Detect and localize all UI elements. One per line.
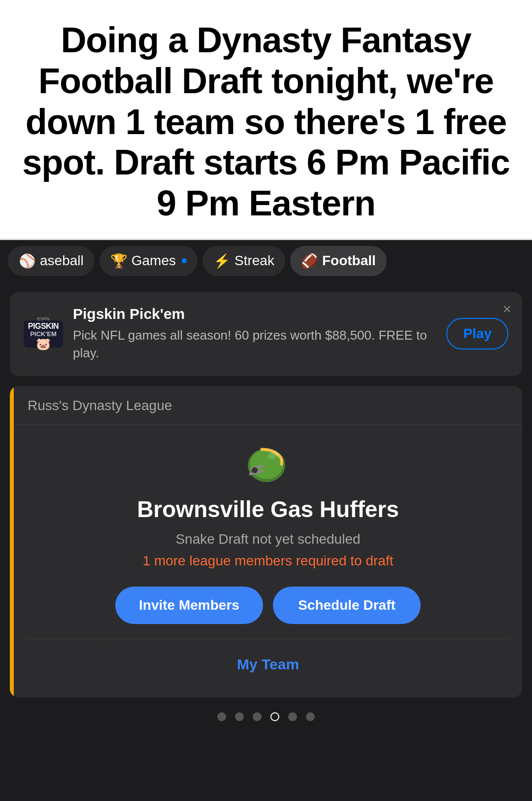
dot-4-active[interactable] [270,712,279,721]
header-section: Doing a Dynasty Fantasy Football Draft t… [0,0,532,239]
tab-streak[interactable]: ⚡ Streak [202,246,285,276]
tab-streak-label: Streak [234,253,274,269]
main-content: ESPN PIGSKIN PICK'EM 🐷 Pigskin Pick'em P… [0,282,532,801]
promo-logo-line2: PIGSKIN [28,322,59,331]
dot-6[interactable] [306,712,315,721]
promo-logo-line1: ESPN [37,317,50,322]
tab-games[interactable]: 🏆 Games [100,246,198,276]
league-body: Brownsville Gas Huffers Snake Draft not … [14,425,522,697]
dot-1[interactable] [217,712,226,721]
team-helmet-icon [246,445,290,484]
my-team-link[interactable]: My Team [28,651,508,683]
team-helmet-area [28,445,508,484]
tab-football-label: Football [322,253,376,269]
promo-pig-icon: 🐷 [36,338,51,350]
dot-5[interactable] [288,712,297,721]
team-name: Brownsville Gas Huffers [28,496,508,522]
tab-football[interactable]: 🏈 Football [290,246,387,276]
members-warning: 1 more league members required to draft [28,553,508,569]
draft-status: Snake Draft not yet scheduled [28,531,508,547]
dot-2[interactable] [235,712,244,721]
promo-title: Pigskin Pick'em [73,306,436,322]
football-icon: 🏈 [301,253,318,269]
league-name: Russ's Dynasty League [28,398,172,413]
tab-baseball-label: aseball [40,253,84,269]
pagination-dots [10,697,522,731]
page-title: Doing a Dynasty Fantasy Football Draft t… [15,20,517,224]
promo-logo-line3: PICK'EM [30,331,57,338]
dot-3[interactable] [253,712,262,721]
streak-icon: ⚡ [213,253,231,269]
tab-games-label: Games [132,253,176,269]
league-header: Russ's Dynasty League [14,386,522,425]
promo-card: ESPN PIGSKIN PICK'EM 🐷 Pigskin Pick'em P… [10,292,522,376]
league-divider [28,639,508,639]
promo-logo: ESPN PIGSKIN PICK'EM 🐷 [24,320,63,348]
promo-description: Pick NFL games all season! 60 prizes wor… [73,326,436,362]
league-actions: Invite Members Schedule Draft [28,587,508,624]
tab-baseball[interactable]: ⚾ aseball [8,246,95,276]
promo-close-button[interactable]: × [502,301,511,317]
games-icon: 🏆 [110,253,128,269]
invite-members-button[interactable]: Invite Members [115,587,263,624]
games-dot [182,258,187,263]
baseball-icon: ⚾ [19,253,36,269]
schedule-draft-button[interactable]: Schedule Draft [273,587,421,624]
nav-tabs: ⚾ aseball 🏆 Games ⚡ Streak 🏈 Football [0,240,532,282]
svg-point-4 [252,467,258,473]
league-card: Russ's Dynasty League [10,386,522,697]
promo-text: Pigskin Pick'em Pick NFL games all seaso… [73,306,436,362]
promo-play-button[interactable]: Play [446,318,508,349]
